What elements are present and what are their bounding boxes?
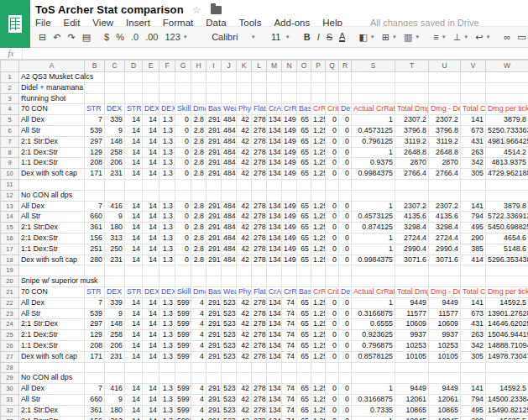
cell-O29[interactable]: [297, 373, 311, 384]
cell-Q5[interactable]: 0: [326, 115, 339, 126]
cell-V13[interactable]: 141: [461, 201, 486, 212]
cell-P1[interactable]: [311, 72, 326, 83]
cell-M24[interactable]: 134: [267, 319, 282, 330]
cell-K10[interactable]: 42: [237, 169, 252, 180]
cell-R32[interactable]: 0: [339, 405, 352, 416]
cell-Q27[interactable]: 0: [326, 351, 339, 362]
cell-G9[interactable]: 0: [175, 158, 191, 169]
cell-F10[interactable]: 1.3: [159, 169, 175, 180]
cell-W19[interactable]: [486, 265, 528, 276]
cell-V32[interactable]: 495: [461, 405, 486, 416]
cell-K4[interactable]: Phys: [237, 104, 252, 115]
cell-E8[interactable]: 14: [143, 147, 159, 158]
cell-C15[interactable]: 180: [105, 223, 125, 234]
cell-Q23[interactable]: 0: [326, 308, 339, 319]
cell-S28[interactable]: [352, 362, 395, 373]
cell-P26[interactable]: 1.25: [311, 340, 326, 351]
cell-G33[interactable]: 5997: [175, 416, 191, 420]
cell-S20[interactable]: [352, 276, 395, 287]
cell-C27[interactable]: 231: [105, 351, 125, 362]
column-header-W[interactable]: W: [486, 60, 528, 72]
cell-K2[interactable]: [237, 82, 252, 93]
cell-Q21[interactable]: Crit I: [326, 286, 339, 297]
cell-L16[interactable]: 278: [252, 233, 267, 244]
cell-N31[interactable]: 74: [282, 394, 297, 405]
cell-B31[interactable]: 660: [85, 394, 105, 405]
cell-D15[interactable]: 14: [125, 223, 143, 234]
cell-L10[interactable]: 278: [252, 169, 267, 180]
cell-R29[interactable]: [339, 373, 352, 384]
column-header-H[interactable]: H: [191, 60, 206, 72]
cell-V8[interactable]: 263: [461, 147, 486, 158]
cell-M26[interactable]: 134: [267, 340, 282, 351]
cell-P31[interactable]: 1.25: [311, 394, 326, 405]
cell-C3[interactable]: [105, 93, 125, 104]
cell-C7[interactable]: 148: [105, 136, 125, 147]
cell-C29[interactable]: [105, 373, 125, 384]
cell-G28[interactable]: [175, 362, 191, 373]
cell-L25[interactable]: 278: [252, 330, 267, 341]
cell-F19[interactable]: [159, 265, 175, 276]
cell-L27[interactable]: 278: [252, 351, 267, 362]
cell-H26[interactable]: 4: [191, 340, 206, 351]
column-header-T[interactable]: T: [395, 60, 429, 72]
cell-I27[interactable]: 291: [206, 351, 222, 362]
cell-L21[interactable]: Flat: [252, 286, 267, 297]
cell-C13[interactable]: 416: [105, 201, 125, 212]
cell-G14[interactable]: 0: [175, 212, 191, 223]
cell-N22[interactable]: 74: [282, 297, 297, 308]
cell-O2[interactable]: [297, 82, 311, 93]
cell-J31[interactable]: 523: [222, 394, 237, 405]
cell-O24[interactable]: 65: [297, 319, 311, 330]
cell-J30[interactable]: 523: [222, 384, 237, 395]
cell-R21[interactable]: Defe: [339, 286, 352, 297]
cell-D6[interactable]: 14: [125, 125, 143, 136]
cell-R23[interactable]: 0: [339, 308, 352, 319]
cell-I9[interactable]: 291: [206, 158, 222, 169]
bold-icon[interactable]: B: [304, 32, 311, 42]
cell-S30[interactable]: 1: [352, 384, 395, 395]
cell-L5[interactable]: 278: [252, 115, 267, 126]
cell-R26[interactable]: 0: [339, 340, 352, 351]
cell-W25[interactable]: 15046.94419: [486, 330, 528, 341]
cell-O31[interactable]: 65: [297, 394, 311, 405]
cell-D25[interactable]: 14: [125, 330, 143, 341]
cell-J25[interactable]: 523: [222, 330, 237, 341]
formula-input[interactable]: [22, 48, 528, 59]
cell-G7[interactable]: 0: [175, 136, 191, 147]
cell-P24[interactable]: 1.25: [311, 319, 326, 330]
cell-K25[interactable]: 42: [237, 330, 252, 341]
cell-L7[interactable]: 278: [252, 136, 267, 147]
cell-J4[interactable]: Wea: [222, 104, 237, 115]
cell-V27[interactable]: 305: [461, 351, 486, 362]
cell-E15[interactable]: 14: [143, 223, 159, 234]
cell-O28[interactable]: [297, 362, 311, 373]
cell-W18[interactable]: 5296.353438: [486, 255, 528, 265]
cell-K8[interactable]: 42: [237, 147, 252, 158]
cell-U12[interactable]: [429, 190, 461, 201]
cell-U1[interactable]: [429, 72, 461, 83]
cell-W26[interactable]: 14888.71094: [486, 340, 528, 351]
cell-H5[interactable]: 2.8: [191, 115, 206, 126]
cell-P21[interactable]: CrRa: [311, 286, 326, 297]
cell-Q1[interactable]: [326, 72, 339, 83]
currency-format-icon[interactable]: $: [104, 32, 109, 42]
cell-I33[interactable]: 291: [206, 416, 222, 420]
document-title[interactable]: ToS Archer Stat comparison: [35, 3, 184, 16]
row-header-5[interactable]: 5: [1, 115, 19, 126]
cell-O16[interactable]: 65: [297, 233, 311, 244]
cell-H23[interactable]: 4: [191, 308, 206, 319]
cell-O10[interactable]: 65: [297, 169, 311, 180]
cell-E17[interactable]: 14: [143, 244, 159, 255]
cell-B12[interactable]: [85, 190, 105, 201]
cell-B2[interactable]: [85, 82, 105, 93]
cell-S2[interactable]: [352, 82, 395, 93]
column-header-R[interactable]: R: [339, 60, 352, 72]
cell-E14[interactable]: 14: [143, 212, 159, 223]
cell-R25[interactable]: 0: [339, 330, 352, 341]
cell-E4[interactable]: DEX: [143, 104, 159, 115]
cell-G5[interactable]: 0: [175, 115, 191, 126]
cell-M22[interactable]: 134: [267, 297, 282, 308]
cell-Q7[interactable]: 0: [326, 136, 339, 147]
cell-K9[interactable]: 42: [237, 158, 252, 169]
